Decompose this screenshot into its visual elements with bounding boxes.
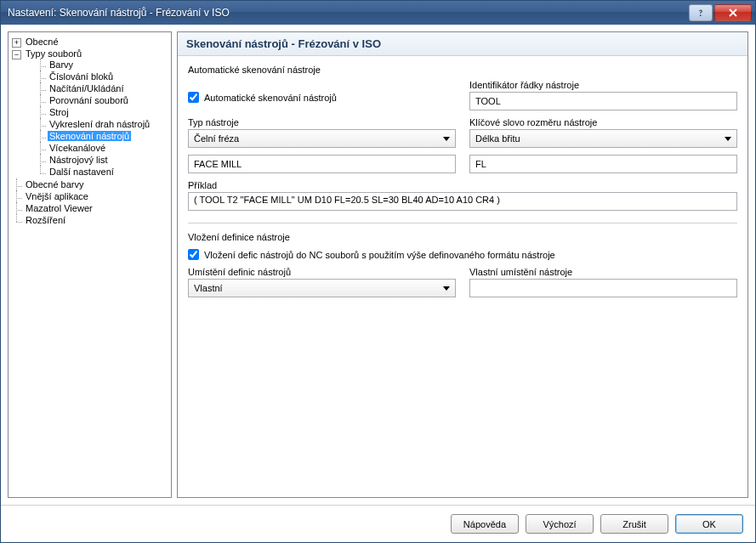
window-title: Nastavení: Skenování nástrojů - Frézován…: [8, 7, 689, 19]
tree-node-multichannel[interactable]: Vícekanálové: [36, 142, 169, 154]
cancel-button[interactable]: Zrušit: [600, 514, 668, 534]
auto-scan-checkbox[interactable]: [188, 92, 199, 103]
dimension-keyword-select[interactable]: Délka břitu: [469, 129, 737, 148]
custom-location-label: Vlastní umístění nástroje: [469, 267, 737, 277]
tree-node-tool-scan[interactable]: Skenování nástrojů: [36, 130, 169, 142]
close-button[interactable]: [714, 4, 752, 21]
expand-icon[interactable]: +: [12, 38, 21, 48]
example-output: ( TOOL T2 "FACE MILL" UM D10 FL=20.5 SL=…: [188, 192, 737, 211]
insert-def-checkbox[interactable]: [188, 249, 199, 260]
tree-node-mazatrol[interactable]: Mazatrol Viewer: [12, 202, 169, 214]
tree-node-compare[interactable]: Porovnání souborů: [36, 94, 169, 106]
help-button-titlebar[interactable]: [689, 4, 713, 21]
tool-type-select[interactable]: Čelní fréza: [188, 129, 456, 148]
identifier-label: Identifikátor řádky nástroje: [469, 80, 737, 90]
auto-scan-label: Automatické skenování nástrojů: [204, 93, 337, 103]
tree-node-general-colors[interactable]: Obecné barvy: [12, 178, 169, 190]
example-label: Příklad: [188, 180, 737, 190]
dimension-keyword-value-input[interactable]: [469, 155, 737, 173]
close-icon: [728, 8, 738, 17]
tree-node-external-apps[interactable]: Vnější aplikace: [12, 190, 169, 202]
settings-tree[interactable]: +Obecné −Typy souborů Barvy Číslování bl…: [8, 31, 172, 498]
tree-node-colors[interactable]: Barvy: [36, 59, 169, 71]
ok-button[interactable]: OK: [675, 514, 743, 534]
tree-node-toollist[interactable]: Nástrojový list: [36, 154, 169, 166]
defaults-button[interactable]: Výchozí: [526, 514, 594, 534]
tool-type-label: Typ nástroje: [188, 117, 456, 127]
tree-node-machine[interactable]: Stroj: [36, 106, 169, 118]
tree-node-file-types[interactable]: −Typy souborů Barvy Číslování bloků Načí…: [12, 48, 169, 178]
section-divider: [188, 223, 737, 223]
tree-node-other-settings[interactable]: Další nastavení: [36, 166, 169, 178]
panel-heading: Skenování nástrojů - Frézování v ISO: [178, 32, 747, 56]
group-auto-scan: Automatické skenování nástroje: [188, 65, 737, 75]
dialog-footer: Nápověda Výchozí Zrušit OK: [1, 505, 755, 542]
tree-node-block-numbers[interactable]: Číslování bloků: [36, 71, 169, 82]
def-location-label: Umístění definic nástrojů: [188, 267, 456, 277]
question-icon: [696, 8, 705, 17]
custom-location-input[interactable]: [469, 279, 737, 297]
tree-node-load-save[interactable]: Načítání/Ukládání: [36, 82, 169, 94]
settings-panel: Skenování nástrojů - Frézování v ISO Aut…: [177, 31, 748, 498]
help-button[interactable]: Nápověda: [451, 514, 519, 534]
insert-def-label: Vložení defic nástrojů do NC souborů s p…: [204, 250, 555, 260]
identifier-input[interactable]: [469, 92, 737, 110]
titlebar[interactable]: Nastavení: Skenování nástrojů - Frézován…: [1, 1, 755, 25]
collapse-icon[interactable]: −: [12, 50, 21, 59]
tree-node-extensions[interactable]: Rozšíření: [12, 214, 169, 226]
def-location-select[interactable]: Vlastní: [188, 279, 456, 297]
tree-node-toolpath[interactable]: Vykreslení drah nástrojů: [36, 118, 169, 130]
group-insert-def: Vložení definice nástroje: [188, 232, 737, 242]
dimension-keyword-label: Klíčové slovo rozměru nástroje: [469, 117, 737, 127]
settings-dialog: Nastavení: Skenování nástrojů - Frézován…: [0, 0, 756, 543]
tree-node-general[interactable]: +Obecné: [12, 36, 169, 48]
tool-type-value-input[interactable]: [188, 155, 456, 173]
